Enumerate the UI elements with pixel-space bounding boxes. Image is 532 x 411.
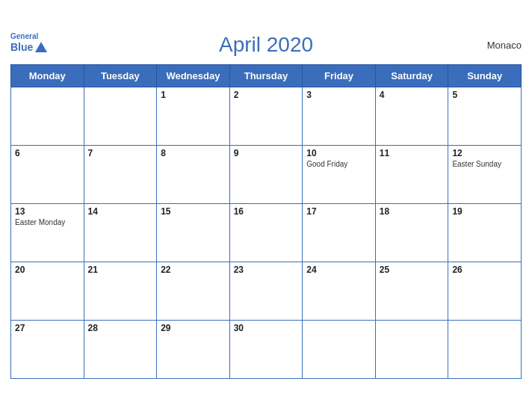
day-number: 5 [452,90,517,100]
day-number: 18 [380,206,445,217]
day-number: 27 [15,323,80,333]
logo-general-text: General [10,33,38,40]
day-number: 2 [234,90,299,100]
calendar-wrapper: General Blue April 2020 Monaco Monday Tu… [0,22,532,389]
header-sunday: Sunday [448,64,522,87]
day-number: 6 [15,148,80,158]
calendar-week-row: 27282930 [11,320,522,378]
calendar-day-cell: 7 [84,145,157,203]
calendar-day-cell [375,320,448,378]
calendar-week-row: 12345 [11,87,522,145]
day-number: 10 [306,148,371,158]
day-number: 9 [234,148,299,158]
day-number: 30 [234,323,299,333]
day-number: 7 [88,148,153,158]
calendar-day-cell: 4 [375,87,448,145]
calendar-day-cell: 22 [157,262,230,320]
day-number: 24 [306,265,371,275]
day-number: 17 [306,206,371,217]
calendar-day-cell: 11 [375,145,448,203]
calendar-day-cell [448,320,522,378]
calendar-day-cell: 25 [375,262,448,320]
day-number: 29 [161,323,226,333]
calendar-day-cell: 9 [229,145,303,203]
calendar-day-cell: 18 [375,203,448,262]
day-number: 3 [306,90,371,100]
day-number: 11 [380,148,445,158]
calendar-day-cell: 29 [157,320,230,378]
day-number: 21 [88,265,153,275]
day-event: Easter Sunday [452,160,501,168]
calendar-day-cell [11,87,84,145]
calendar-day-cell: 23 [229,262,303,320]
day-number: 22 [161,265,226,275]
calendar-day-cell [84,87,157,145]
calendar-day-cell: 1 [157,87,230,145]
calendar-day-cell: 28 [84,320,157,378]
calendar-week-row: 13Easter Monday141516171819 [11,203,522,262]
calendar-day-cell: 5 [448,87,522,145]
header-monday: Monday [11,64,84,87]
day-event: Easter Monday [15,218,65,226]
day-number: 4 [380,90,445,100]
day-number: 25 [380,265,445,275]
calendar-day-cell: 15 [157,203,230,262]
calendar-week-row: 20212223242526 [11,262,522,320]
header-wednesday: Wednesday [157,64,230,87]
day-number: 13 [15,206,80,217]
calendar-day-cell: 26 [448,262,522,320]
calendar-day-cell: 19 [448,203,522,262]
header-thursday: Thursday [229,64,303,87]
svg-marker-0 [35,42,47,52]
day-number: 23 [234,265,299,275]
calendar-day-cell [303,320,376,378]
calendar-day-cell: 24 [303,262,376,320]
calendar-day-cell: 16 [229,203,303,262]
calendar-day-cell: 2 [229,87,303,145]
calendar-header: General Blue April 2020 Monaco [10,30,522,60]
day-number: 19 [452,206,517,217]
logo-triangle-icon [34,40,48,54]
day-number: 12 [452,148,517,158]
day-number: 26 [452,265,517,275]
calendar-day-cell: 3 [303,87,376,145]
header-saturday: Saturday [375,64,448,87]
day-number: 8 [161,148,226,158]
calendar-day-cell: 12Easter Sunday [448,145,522,203]
calendar-country: Monaco [487,39,522,50]
calendar-title: April 2020 [219,33,313,57]
calendar-day-cell: 13Easter Monday [11,203,84,262]
day-number: 28 [88,323,153,333]
logo-area: General Blue [10,33,48,55]
day-number: 20 [15,265,80,275]
logo-blue-text: Blue [10,42,33,52]
calendar-day-cell: 17 [303,203,376,262]
header-tuesday: Tuesday [84,64,157,87]
day-number: 15 [161,206,226,217]
calendar-day-cell: 27 [11,320,84,378]
calendar-day-cell: 21 [84,262,157,320]
calendar-day-cell: 30 [229,320,303,378]
calendar-day-cell: 14 [84,203,157,262]
weekday-header-row: Monday Tuesday Wednesday Thursday Friday… [11,64,522,87]
calendar-week-row: 678910Good Friday1112Easter Sunday [11,145,522,203]
day-number: 16 [234,206,299,217]
calendar-day-cell: 6 [11,145,84,203]
header-friday: Friday [303,64,376,87]
calendar-day-cell: 8 [157,145,230,203]
calendar-day-cell: 10Good Friday [303,145,376,203]
day-event: Good Friday [306,160,347,168]
calendar-day-cell: 20 [11,262,84,320]
day-number: 1 [161,90,226,100]
calendar-table: Monday Tuesday Wednesday Thursday Friday… [10,64,522,379]
day-number: 14 [88,206,153,217]
